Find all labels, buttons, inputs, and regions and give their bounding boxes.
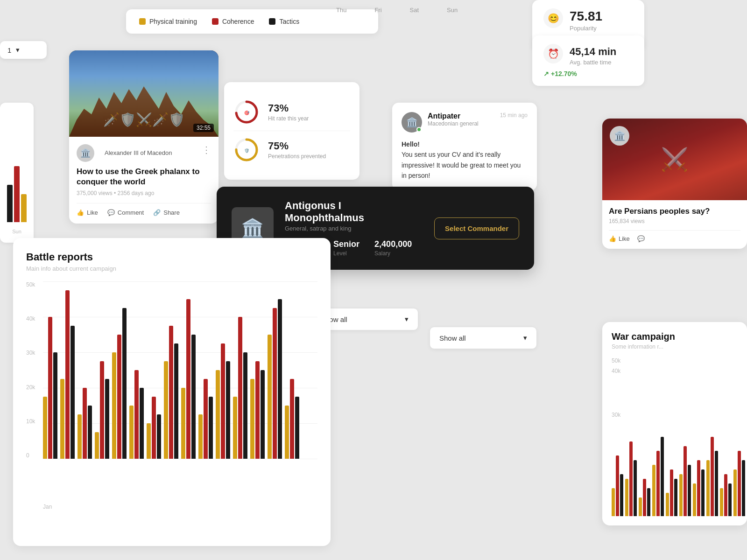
war-bar-group-6 [693, 460, 705, 516]
popularity-value: 75.81 [570, 9, 602, 24]
y-40k: 40k [26, 315, 35, 322]
dropdown-selector[interactable]: 1 ▾ [0, 41, 47, 59]
dropdown-value: 1 [7, 46, 11, 54]
bar-group-2 [78, 388, 92, 459]
right-comment-icon: 💬 [637, 235, 645, 242]
bar-group-9 [198, 379, 213, 459]
video-info: 🏛️ Alexander III of Macedon ⋮ How to use… [69, 137, 218, 224]
y-20k: 20k [26, 384, 35, 391]
physical-bar-3 [95, 432, 99, 459]
battle-time-stat: ⏰ 45,14 min Avg. battle time ↗ +12.70% [532, 35, 644, 86]
battle-time-change: ↗ +12.70% [543, 70, 633, 77]
tactics-bar-13 [278, 299, 282, 459]
war-y-30k: 30k [612, 412, 738, 418]
legend-physical: Physical training [139, 18, 197, 25]
tactics-bar-4 [122, 308, 127, 459]
coherence-bar-9 [204, 379, 208, 459]
message-time: 15 min ago [500, 112, 528, 119]
war-bar-group-9 [733, 451, 745, 516]
tactics-bar-3 [105, 379, 109, 459]
tactics-bar-2 [88, 406, 92, 459]
tactics-bar-5 [140, 388, 144, 459]
coherence-bar-7 [169, 326, 173, 459]
like-button[interactable]: 👍 Like [77, 209, 98, 216]
coherence-bar-10 [221, 343, 225, 459]
penetrations-ring: 🛡️ [233, 137, 260, 163]
sender-role: Macedonian general [428, 120, 479, 127]
sender-info: Antipater Macedonian general [428, 112, 479, 127]
tactics-bar-6 [157, 414, 161, 459]
battle-chart-area: 50k 40k 30k 20k 10k 0 Jan [26, 281, 317, 515]
warrior-icon: ⚔️ [661, 147, 689, 173]
physical-bar-5 [129, 406, 134, 459]
tactics-bar-0 [53, 352, 57, 459]
war-bar-2-2 [647, 488, 650, 516]
tactics-bar-12 [261, 370, 265, 459]
war-bar-5-1 [684, 446, 687, 516]
coherence-bar-0 [48, 317, 52, 459]
bar-group-14 [285, 379, 299, 459]
y-10k: 10k [26, 418, 35, 425]
coherence-bar-14 [290, 379, 294, 459]
penetrations-metric: 🛡️ 75% Penetrations prevented [233, 131, 350, 168]
right-video-actions: 👍 Like 💬 [609, 230, 740, 242]
level-value: Senior [333, 239, 359, 249]
war-campaign-title: War campaign [612, 331, 738, 342]
mini-bar-physical [21, 194, 27, 222]
physical-bar-10 [216, 370, 220, 459]
grid-line-bottom [43, 459, 317, 459]
tactics-bar-14 [295, 397, 299, 459]
video-days-ago: 2356 days ago [118, 190, 155, 196]
war-bar-0-2 [620, 474, 623, 516]
tactics-label: Tactics [279, 18, 299, 25]
war-bar-6-1 [697, 460, 700, 516]
bar-group-8 [181, 299, 196, 459]
war-bar-0-1 [616, 455, 619, 516]
right-video-views: 165,834 views [609, 218, 740, 224]
video-title: How to use the Greek phalanx to conquer … [77, 167, 211, 187]
up-arrow-icon: ↗ [543, 70, 549, 77]
war-bar-1-0 [625, 479, 628, 516]
comment-icon: 💬 [107, 209, 115, 216]
hit-rate-ring: 🎯 [233, 99, 260, 125]
more-options-icon[interactable]: ⋮ [202, 144, 211, 155]
right-like-button[interactable]: 👍 Like [609, 235, 630, 242]
video-avatar: 🏛️ [77, 144, 94, 162]
greeting: Hello! [402, 140, 420, 148]
physical-label: Physical training [149, 18, 197, 25]
share-button[interactable]: 🔗 Share [153, 209, 180, 216]
physical-dot [139, 18, 146, 25]
y-axis-labels: 50k 40k 30k 20k 10k 0 [26, 281, 35, 459]
x-label-jan: Jan [43, 504, 52, 510]
online-indicator [416, 127, 422, 132]
coherence-bar-5 [134, 370, 139, 459]
share-icon: 🔗 [153, 209, 161, 216]
war-bar-2-1 [643, 479, 646, 516]
right-video-title: Are Persians peoples say? [609, 207, 740, 216]
right-comment-button[interactable]: 💬 [637, 235, 645, 242]
war-bar-6-2 [701, 469, 705, 516]
coherence-bar-6 [152, 397, 156, 459]
war-bar-1-2 [634, 460, 637, 516]
battle-time-label: Avg. battle time [570, 59, 616, 66]
physical-bar-6 [147, 423, 151, 459]
war-bar-9-1 [738, 451, 741, 516]
battle-reports-card: Battle reports Main info about current c… [13, 238, 331, 546]
physical-bar-11 [233, 397, 237, 459]
show-all-button-2[interactable]: Show all ▾ [430, 327, 537, 349]
battle-time-value: 45,14 min [570, 46, 616, 58]
right-video-thumbnail: 🏛️ ⚔️ [602, 119, 747, 200]
select-commander-button[interactable]: Select Commander [434, 217, 519, 239]
video-author: Alexander III of Macedon [105, 149, 172, 156]
popularity-label: Popularity [570, 25, 602, 32]
war-bar-group-8 [720, 474, 732, 516]
comment-button[interactable]: 💬 Comment [107, 209, 144, 216]
war-bar-7-0 [706, 460, 710, 516]
war-campaign-card: War campaign Some information r... 50k 4… [602, 322, 747, 525]
y-50k: 50k [26, 281, 35, 288]
war-bar-8-1 [724, 474, 727, 516]
message-text: You sent us your CV and it's really impr… [402, 151, 521, 179]
war-bar-6-0 [693, 483, 696, 516]
war-bar-group-0 [612, 455, 623, 516]
battle-reports-subtitle: Main info about current campaign [26, 265, 317, 272]
